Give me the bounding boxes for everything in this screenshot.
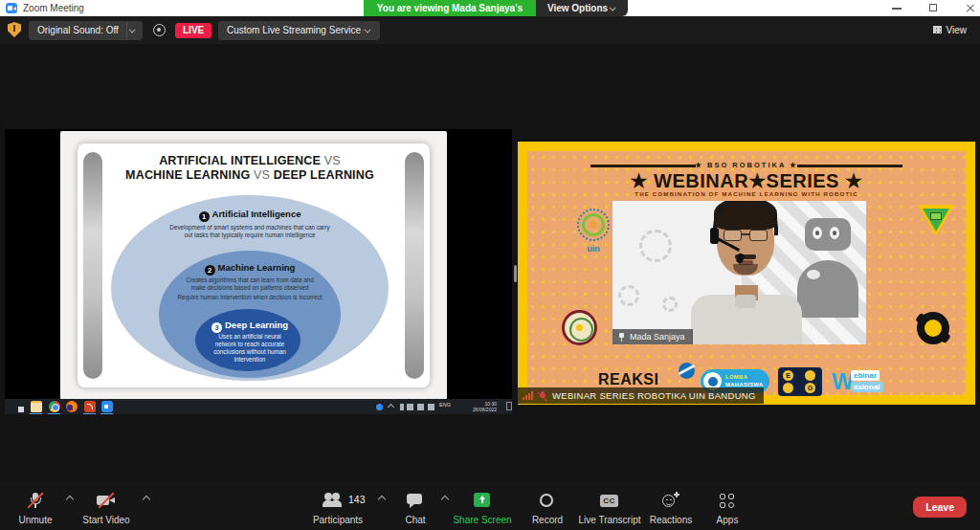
grid-dot [783,383,793,393]
start-video-button[interactable]: Start Video [75,486,138,528]
file-explorer-icon[interactable] [31,401,42,412]
minimize-button[interactable] [880,0,913,16]
zoom-meeting-window: Zoom Meeting You are viewing Mada Sanjay… [0,0,980,530]
apps-grid-icon [718,493,737,510]
ml-heading: 2Machine Learning [78,262,422,276]
streaming-service-button[interactable]: Custom Live Streaming Service [218,21,380,40]
recording-indicator-icon [153,24,166,36]
windows-taskbar: ENG 10:3026/06/2022 [5,399,512,414]
university-seal-logo [562,310,597,345]
record-icon [538,493,557,510]
chat-button[interactable]: Chat [394,486,436,528]
chevron-down-icon [610,5,616,11]
participants-icon [323,493,342,510]
view-options-dropdown[interactable]: View Options [536,0,628,16]
unmute-button[interactable]: Unmute [8,486,63,528]
poster-title: ★ WEBINAR★SERIES ★ [527,169,966,192]
chrome-icon[interactable] [49,401,60,412]
reactions-smiley-icon [661,493,680,510]
apps-button[interactable]: Apps [706,486,748,528]
share-screen-button[interactable]: Share Screen [448,486,517,528]
number-1-icon: 1 [199,211,210,222]
pin-icon [617,333,626,342]
view-layout-button[interactable]: View [933,21,968,40]
gear-doodle-icon [618,285,639,306]
maximize-button[interactable] [917,0,949,16]
close-button[interactable] [953,0,980,16]
tray-mic-icon[interactable] [400,404,404,410]
original-sound-button[interactable]: Original Sound: Off [29,21,127,40]
zoom-taskbar-icon[interactable] [101,401,113,412]
participants-button[interactable]: 143 Participants [304,486,371,528]
webcam-video [612,201,866,344]
ml-description-extra: Require human intervention when decision… [78,294,422,301]
stream-overlay-label: WEBINAR SERIES ROBOTIKA UIN BANDUNG [518,387,764,404]
dl-description: Uses an artificial neuralnetwork to reac… [78,333,422,364]
leave-button[interactable]: Leave [913,497,967,518]
uin-logo [577,209,610,241]
cc-icon: CC [600,493,619,510]
live-badge: LIVE [175,23,212,38]
webnas-line1: ebinar [851,370,880,381]
gear-logo-icon [917,312,949,344]
webnas-line2: asional [851,382,883,392]
presentation-window: ARTIFICIAL INTELLIGENCE VS MACHINE LEARN… [60,131,447,400]
speaker-video-tile: ★ BSO ROBOTIKA ★ ★ WEBINAR★SERIES ★ THE … [518,142,975,405]
reactions-button[interactable]: Reactions [643,486,699,528]
reaksi-globe-icon [679,363,695,379]
live-transcript-button[interactable]: CC Live Transcript [572,486,647,528]
chevron-down-icon [365,27,371,33]
headset-earcup [710,228,719,244]
signal-bars-icon [523,390,534,400]
tray-battery-icon[interactable] [417,404,424,410]
number-3-icon: 3 [212,322,222,333]
gear-doodle-icon [662,297,678,312]
tray-language[interactable]: ENG [439,402,451,408]
firefox-icon[interactable] [66,401,78,412]
slide: ARTIFICIAL INTELLIGENCE VS MACHINE LEARN… [78,144,430,387]
participants-count: 143 [348,494,366,505]
tray-app-icon[interactable] [376,404,383,410]
tray-clock[interactable]: 10:3026/06/2022 [473,401,497,412]
grid-letter: G [805,383,815,393]
tray-network-icon[interactable] [407,404,413,410]
grid-view-icon [933,26,942,33]
record-button[interactable]: Record [523,486,572,528]
ml-description: Creates algorithms that can learn from d… [78,276,422,292]
shared-screen-tile: ARTIFICIAL INTELLIGENCE VS MACHINE LEARN… [5,129,512,414]
gear-doodle-icon [639,230,672,262]
unmute-options-chevron[interactable] [66,496,74,503]
window-title: Zoom Meeting [23,3,84,13]
active-app-underline [100,413,113,415]
chevron-down-icon [129,27,136,33]
zoom-app-icon [6,3,17,13]
start-button-icon[interactable] [12,401,24,412]
number-2-icon: 2 [205,265,215,276]
security-shield-icon[interactable] [8,22,21,37]
original-sound-dropdown[interactable] [126,21,143,40]
active-app-underline [30,413,42,415]
slide-title: ARTIFICIAL INTELLIGENCE VS MACHINE LEARN… [78,154,422,183]
grid-letter: E [783,370,793,381]
stream-toolbar: Original Sound: Off LIVE Custom Live Str… [0,16,980,44]
tray-chevron-icon[interactable] [388,404,394,410]
glasses [724,230,768,242]
active-app-underline [48,413,60,415]
participants-options-chevron[interactable] [378,496,386,503]
chat-icon [406,493,425,510]
tray-speaker-icon[interactable] [428,404,434,410]
grid-dot [805,370,815,381]
participant-name-tag: Mada Sanjaya [612,329,693,344]
show-desktop-button[interactable] [506,402,512,410]
title-bar: Zoom Meeting You are viewing Mada Sanjay… [0,0,980,16]
share-screen-icon [473,493,492,510]
powerpoint-icon[interactable] [84,401,96,412]
viewing-screen-banner: You are viewing Mada Sanjaya's screen [364,0,536,16]
poster-subtitle-line1: THE COMBINATION OF MACHINE LEARNING WITH… [527,190,966,197]
uin-label: uin [577,244,610,254]
tile-divider-handle[interactable] [514,265,517,282]
robot-illustration [797,218,855,323]
reaksi-logo: REAKSI [598,371,658,388]
video-options-chevron[interactable] [143,496,150,503]
presenter-person [687,201,802,344]
